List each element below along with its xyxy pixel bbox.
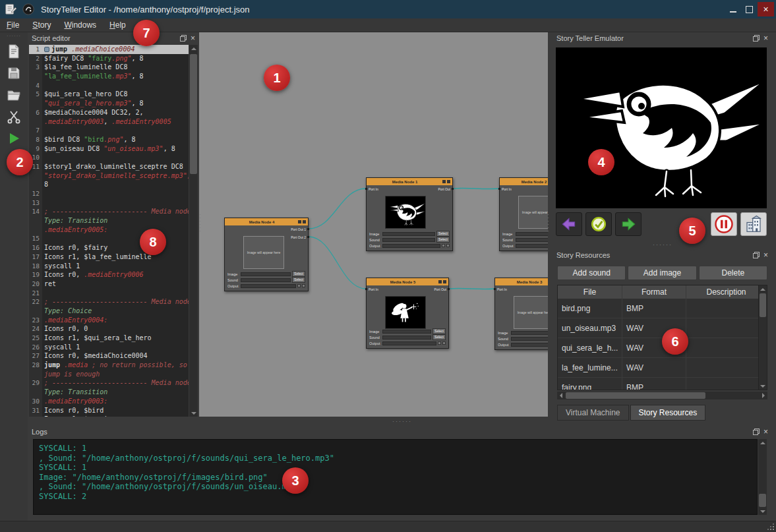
table-row[interactable]: fairy.pngBMP	[558, 378, 767, 390]
code-line[interactable]: Type: Transition	[29, 388, 189, 397]
node-minimize-icon[interactable]	[298, 220, 301, 223]
script-editor-content[interactable]: 1jump .mediaChoice00042$fairy DC8 "fairy…	[29, 45, 189, 417]
port-out[interactable]: Port Out	[438, 187, 450, 191]
code-line[interactable]: 18syscall 1	[29, 262, 189, 271]
code-line[interactable]: 1jump .mediaChoice0004	[29, 45, 189, 54]
add-sound-button[interactable]: Add sound	[557, 266, 626, 280]
node-output-icon[interactable]	[446, 244, 450, 247]
code-line[interactable]: jump is enough	[29, 370, 189, 379]
code-line[interactable]: 13	[29, 198, 189, 208]
table-horizontal-scrollbar[interactable]	[557, 392, 767, 399]
title-bar[interactable]: StoryTeller Editor - /home/anthony/ostpr…	[0, 0, 776, 18]
node-header[interactable]: Media Node 5	[367, 278, 448, 285]
resources-dock-title[interactable]: Story Resources ×	[552, 249, 772, 261]
node-close-icon[interactable]	[303, 220, 306, 223]
emulator-dock-title[interactable]: Story Teller Emulator ×	[552, 32, 772, 44]
code-line[interactable]: 9$un_oiseau DC8 "un_oiseau.mp3", 8	[29, 144, 189, 154]
code-line[interactable]: 23.mediaEntry0004:	[29, 316, 189, 325]
scroll-right-icon[interactable]	[760, 392, 767, 399]
validate-button[interactable]	[585, 212, 612, 236]
port-in[interactable]: Port In	[497, 287, 507, 291]
splitter-handle[interactable]: ······	[198, 210, 203, 237]
scrollbar-thumb[interactable]	[759, 494, 766, 507]
node-header[interactable]: Media Node 4	[225, 218, 308, 225]
node-select-button[interactable]: Select	[433, 334, 446, 340]
close-dock-icon[interactable]: ×	[763, 252, 768, 258]
node-select-button[interactable]: Select	[433, 328, 446, 334]
new-script-button[interactable]	[4, 42, 24, 61]
code-line[interactable]: 31Icons r0, $bird	[29, 406, 189, 415]
float-dock-icon[interactable]	[753, 35, 760, 42]
cut-button[interactable]	[4, 107, 24, 126]
float-dock-icon[interactable]	[753, 252, 760, 258]
scroll-up-icon[interactable]	[758, 439, 767, 446]
forward-button[interactable]	[615, 212, 642, 236]
table-row[interactable]: un_oiseau.mp3WAV	[558, 318, 767, 338]
back-button[interactable]	[556, 212, 582, 236]
code-line[interactable]: 10	[29, 153, 189, 162]
script-editor-dock-title[interactable]: Script editor ×	[28, 32, 199, 44]
menu-item-help[interactable]: Help	[103, 19, 133, 31]
menu-item-story[interactable]: Story	[26, 19, 57, 31]
port-in[interactable]: Port In	[502, 187, 512, 191]
node-minimize-icon[interactable]	[438, 280, 442, 283]
tab-virtual-machine[interactable]: Virtual Machine	[557, 405, 629, 421]
code-line[interactable]: Type: Transition	[29, 216, 189, 225]
code-line[interactable]: 32Icons r1, $un_oiseau	[29, 415, 189, 417]
code-line[interactable]: 26syscall 1	[29, 343, 189, 352]
code-line[interactable]: "qui_sera_le_hero.mp3", 8	[29, 99, 189, 108]
code-line[interactable]: .mediaEntry0005:	[29, 225, 189, 235]
port-in[interactable]: Port In	[369, 187, 378, 191]
node-select-button[interactable]: Select	[436, 237, 450, 243]
save-button[interactable]	[4, 64, 24, 82]
table-row[interactable]: la_fee_lumine...WAV	[558, 358, 767, 378]
port-out[interactable]: Port Out 1	[291, 227, 306, 231]
code-line[interactable]: .mediaEntry0003, .mediaEntry0005	[29, 117, 189, 127]
splitter-handle[interactable]: ······	[386, 419, 419, 424]
tab-story-resources[interactable]: Story Resources	[630, 405, 706, 421]
node-header[interactable]: Media Node 3	[495, 278, 548, 285]
node-graph-canvas[interactable]: Media Node 4 Image will appear here Imag…	[199, 32, 548, 417]
node-output-icon[interactable]	[297, 284, 301, 287]
code-line[interactable]: 5$qui_sera_le_hero DC8	[29, 90, 189, 99]
code-line[interactable]: 11$story1_drako_luminelle_sceptre DC8	[29, 162, 189, 171]
code-line[interactable]: 19Icons r0, .mediaEntry0006	[29, 270, 189, 280]
code-line[interactable]: 25Icons r1, $qui_sera_le_hero	[29, 334, 189, 343]
table-row[interactable]: bird.pngBMP	[558, 299, 767, 318]
code-line[interactable]: 2$fairy DC8 "fairy.png", 8	[29, 54, 189, 63]
scroll-down-icon[interactable]	[759, 382, 767, 390]
graph-node[interactable]: Media Node 3 Image will appear here Imag…	[494, 278, 548, 350]
port-in[interactable]: Port In	[369, 287, 378, 291]
code-line[interactable]: 21	[29, 289, 189, 298]
resize-grip-icon[interactable]	[767, 523, 774, 530]
float-dock-icon[interactable]	[753, 429, 760, 435]
column-header-file[interactable]: File	[558, 285, 622, 299]
run-button[interactable]	[4, 129, 24, 148]
port-out[interactable]: Port Out 2	[291, 235, 306, 239]
code-line[interactable]: "story1_drako_luminelle_sceptre.mp3",	[29, 171, 189, 181]
code-line[interactable]: 8$bird DC8 "bird.png", 8	[29, 135, 189, 144]
code-line[interactable]: 6$mediaChoice0004 DC32, 2,	[29, 108, 189, 117]
logs-dock-title[interactable]: Logs ×	[28, 426, 772, 438]
maximize-button[interactable]	[741, 2, 758, 16]
node-minimize-icon[interactable]	[442, 180, 446, 183]
menu-item-file[interactable]: File	[0, 19, 26, 31]
code-line[interactable]: 8	[29, 180, 189, 189]
scroll-left-icon[interactable]	[557, 392, 565, 399]
code-line[interactable]: 14; ------------------------ Media node	[29, 207, 189, 216]
home-building-button[interactable]	[740, 212, 767, 236]
add-image-button[interactable]: Add image	[628, 266, 696, 280]
code-line[interactable]: Type: Choice	[29, 307, 189, 316]
scroll-up-icon[interactable]	[189, 45, 198, 52]
graph-node[interactable]: Media Node 1 ImageSelectSoundSelectOutpu…	[366, 177, 453, 251]
code-line[interactable]: 27Icons r0, $mediaChoice0004	[29, 351, 189, 361]
code-line[interactable]: 3$la_fee_luminelle DC8	[29, 63, 189, 72]
code-line[interactable]: 28jump .media ; no return possible, so a	[29, 361, 189, 370]
node-output-icon[interactable]	[442, 244, 445, 247]
close-dock-icon[interactable]: ×	[763, 429, 768, 435]
splitter-handle[interactable]: ······	[546, 210, 551, 237]
float-dock-icon[interactable]	[180, 35, 187, 42]
port-out[interactable]: Port Out	[434, 287, 446, 291]
scrollbar-thumb[interactable]	[566, 392, 705, 399]
code-line[interactable]: 17Icons r1, $la_fee_luminelle	[29, 252, 189, 262]
